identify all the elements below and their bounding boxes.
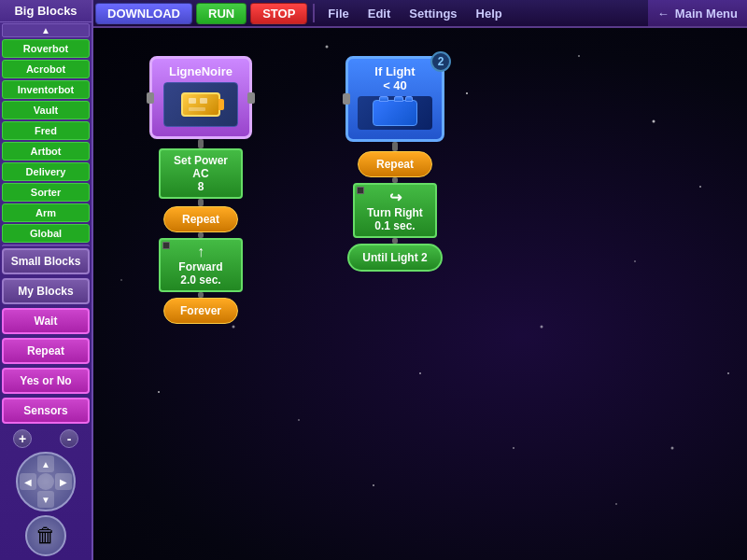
yes-or-no-button[interactable]: Yes or No — [2, 368, 90, 394]
if-light-cond: < 40 — [358, 78, 432, 92]
forward-label: Forward — [168, 260, 233, 273]
sidebar-header: Big Blocks — [0, 0, 92, 22]
forward-block[interactable]: ↑ Forward 2.0 sec. — [159, 238, 243, 292]
sidebar-item-sorter[interactable]: Sorter — [2, 183, 90, 202]
turn-right-label: Turn Right — [362, 206, 428, 219]
forever-connector[interactable]: Forever — [163, 298, 238, 324]
main-menu-label: Main Menu — [675, 7, 738, 21]
right-connector — [247, 92, 255, 104]
small-blocks-button[interactable]: Small Blocks — [2, 248, 90, 274]
block-handle — [162, 242, 170, 249]
canvas-area: LigneNoire Set Power AC 8 — [93, 28, 747, 560]
main-menu-button[interactable]: ← Main Menu — [648, 0, 747, 26]
connector-r1 — [392, 142, 398, 151]
connector-2 — [198, 199, 204, 206]
set-power-label: Set Power — [168, 154, 233, 167]
ligne-noire-image — [163, 82, 238, 127]
sidebar-item-artbot[interactable]: Artbot — [2, 142, 90, 161]
zoom-in-button[interactable]: + — [13, 429, 32, 448]
sidebar-item-global[interactable]: Global — [2, 224, 90, 243]
main-menu-arrow-icon: ← — [657, 7, 669, 21]
set-power-block[interactable]: Set Power AC 8 — [159, 148, 243, 199]
battery-icon — [181, 92, 220, 117]
turn-right-block[interactable]: ↪ Turn Right 0.1 sec. — [353, 183, 437, 238]
sidebar-item-arm[interactable]: Arm — [2, 203, 90, 222]
forward-duration: 2.0 sec. — [168, 273, 233, 287]
right-block-stack: If Light < 40 2 Repeat ↪ Turn Right — [345, 56, 444, 272]
sensors-button[interactable]: Sensors — [2, 398, 90, 424]
turn-right-icon: ↪ — [362, 189, 428, 206]
file-menu[interactable]: File — [318, 3, 358, 24]
run-button[interactable]: RUN — [196, 3, 247, 24]
dpad: ▲ ▼ ◀ ▶ — [16, 452, 76, 511]
trash-button[interactable]: 🗑 — [25, 515, 66, 556]
if-light-header[interactable]: If Light < 40 2 — [345, 56, 444, 142]
my-blocks-button[interactable]: My Blocks — [2, 278, 90, 304]
repeat-button[interactable]: Repeat — [2, 338, 90, 364]
dpad-down-button[interactable]: ▼ — [37, 491, 54, 508]
sidebar-list: ▲ Roverbot Acrobot Inventorbot Vault Fre… — [0, 22, 92, 246]
sidebar-bottom: + - ▲ ▼ ◀ ▶ 🗑 — [0, 426, 92, 560]
sidebar-item-acrobot[interactable]: Acrobot — [2, 60, 90, 78]
scroll-down-button[interactable]: ▼ — [2, 245, 90, 246]
lego-brick — [373, 100, 417, 126]
zoom-controls: + - — [13, 429, 78, 448]
dpad-right-button[interactable]: ▶ — [55, 473, 72, 490]
turn-right-handle — [357, 187, 364, 194]
topbar: DOWNLOAD RUN STOP File Edit Settings Hel… — [93, 0, 747, 28]
sidebar-item-delivery[interactable]: Delivery — [2, 162, 90, 181]
help-menu[interactable]: Help — [467, 3, 512, 24]
set-power-value: 8 — [168, 180, 233, 193]
sidebar-item-fred[interactable]: Fred — [2, 121, 90, 140]
settings-menu[interactable]: Settings — [400, 3, 466, 24]
ligne-noire-title: LigneNoire — [169, 64, 233, 78]
wait-button[interactable]: Wait — [2, 308, 90, 334]
forward-arrow-icon: ↑ — [168, 244, 233, 260]
dpad-center-button[interactable] — [37, 473, 54, 490]
repeat-connector-left[interactable]: Repeat — [163, 206, 238, 232]
if-light-label: If Light — [358, 64, 432, 78]
turn-duration: 0.1 sec. — [362, 219, 428, 232]
stop-button[interactable]: STOP — [250, 3, 307, 24]
topbar-separator — [313, 4, 315, 22]
set-power-sub: AC — [168, 167, 233, 180]
repeat-connector-right[interactable]: Repeat — [358, 151, 432, 177]
dpad-up-button[interactable]: ▲ — [37, 455, 54, 472]
if-light-image — [358, 96, 432, 130]
dpad-left-button[interactable]: ◀ — [20, 473, 36, 490]
edit-menu[interactable]: Edit — [359, 3, 401, 24]
sidebar: Big Blocks ▲ Roverbot Acrobot Inventorbo… — [0, 0, 93, 560]
connector-1 — [198, 139, 204, 148]
left-block-stack: LigneNoire Set Power AC 8 — [149, 56, 252, 324]
left-connector — [147, 92, 154, 104]
download-button[interactable]: DOWNLOAD — [95, 3, 192, 24]
if-light-badge: 2 — [430, 51, 451, 72]
zoom-out-button[interactable]: - — [60, 429, 78, 448]
sidebar-item-roverbot[interactable]: Roverbot — [2, 39, 90, 58]
if-light-left-connector — [343, 93, 350, 105]
ligne-noire-header[interactable]: LigneNoire — [149, 56, 252, 139]
sidebar-item-inventorbot[interactable]: Inventorbot — [2, 80, 90, 99]
scroll-up-button[interactable]: ▲ — [2, 23, 90, 37]
until-light-block[interactable]: Until Light 2 — [347, 244, 442, 272]
sidebar-item-vault[interactable]: Vault — [2, 101, 90, 119]
